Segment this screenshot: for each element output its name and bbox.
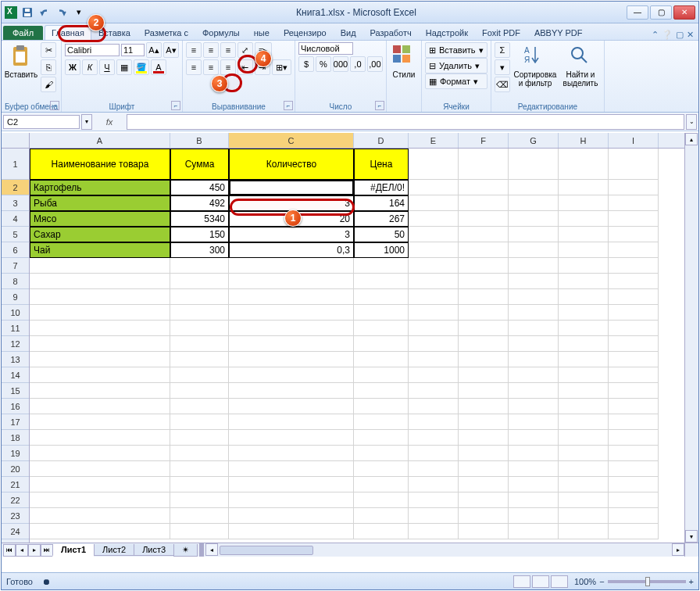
row-header-16[interactable]: 16 — [2, 399, 29, 414]
cell[interactable] — [170, 321, 229, 336]
cell[interactable] — [170, 461, 229, 477]
cell[interactable]: 3 — [229, 227, 354, 242]
clear-icon[interactable]: ⌫ — [495, 77, 510, 92]
cell[interactable] — [354, 352, 409, 367]
name-box[interactable] — [3, 115, 80, 129]
cell[interactable] — [354, 383, 409, 399]
row-header-20[interactable]: 20 — [2, 461, 29, 477]
insert-cells-button[interactable]: ⊞Вставить ▾ — [425, 42, 488, 58]
cell[interactable] — [170, 414, 229, 430]
cell[interactable] — [30, 258, 170, 274]
currency-icon[interactable]: $ — [298, 56, 314, 72]
cell[interactable] — [509, 446, 559, 461]
cell[interactable] — [509, 211, 559, 227]
cell[interactable] — [354, 492, 409, 508]
cell[interactable]: Наименование товара — [30, 149, 170, 180]
cell[interactable] — [559, 399, 609, 414]
cell[interactable] — [170, 446, 229, 461]
zoom-in-icon[interactable]: + — [689, 577, 694, 586]
cell[interactable] — [559, 477, 609, 492]
row-header-24[interactable]: 24 — [2, 524, 29, 539]
cell[interactable] — [354, 446, 409, 461]
cell[interactable] — [354, 289, 409, 305]
cell[interactable] — [170, 352, 229, 367]
close-button[interactable]: ✕ — [673, 5, 695, 20]
cell[interactable] — [229, 477, 354, 492]
cell[interactable] — [509, 242, 559, 258]
cell[interactable] — [229, 508, 354, 524]
cell[interactable] — [170, 274, 229, 289]
cell[interactable] — [409, 508, 459, 524]
cell[interactable] — [229, 367, 354, 383]
cell[interactable] — [170, 258, 229, 274]
cell[interactable] — [509, 508, 559, 524]
cell[interactable] — [559, 352, 609, 367]
cell[interactable] — [459, 367, 509, 383]
cell[interactable]: 267 — [354, 211, 409, 227]
row-header-23[interactable]: 23 — [2, 508, 29, 524]
col-header-B[interactable]: B — [170, 133, 229, 148]
cell[interactable] — [459, 352, 509, 367]
tab-developer[interactable]: Разработч — [363, 25, 419, 40]
cell[interactable]: Мясо — [30, 211, 170, 227]
row-header-13[interactable]: 13 — [2, 352, 29, 367]
cell[interactable] — [409, 414, 459, 430]
cell[interactable] — [509, 477, 559, 492]
row-header-17[interactable]: 17 — [2, 414, 29, 430]
cell[interactable] — [559, 149, 609, 180]
cell[interactable] — [559, 336, 609, 352]
cell[interactable]: Сумма — [170, 149, 229, 180]
number-launcher[interactable]: ⌐ — [375, 101, 384, 110]
scroll-left-icon[interactable]: ◂ — [205, 543, 218, 556]
cell[interactable] — [229, 274, 354, 289]
align-left-icon[interactable]: ≡ — [186, 59, 202, 75]
cell[interactable] — [459, 305, 509, 321]
cell[interactable] — [229, 524, 354, 539]
cell[interactable]: 492 — [170, 195, 229, 211]
row-header-5[interactable]: 5 — [2, 227, 29, 242]
cell[interactable]: 150 — [170, 227, 229, 242]
cell[interactable]: Картофель — [30, 180, 170, 195]
cell[interactable] — [354, 524, 409, 539]
cell[interactable] — [229, 414, 354, 430]
paste-button[interactable]: Вставить — [5, 42, 38, 102]
row-header-14[interactable]: 14 — [2, 367, 29, 383]
sheet-tab-3[interactable]: Лист3 — [134, 544, 174, 556]
cell[interactable] — [609, 352, 659, 367]
cell[interactable] — [559, 383, 609, 399]
help-icon[interactable]: ❔ — [662, 30, 673, 40]
tab-data[interactable]: ные — [247, 25, 277, 40]
cell[interactable] — [30, 430, 170, 446]
cell[interactable] — [459, 477, 509, 492]
cell[interactable] — [609, 383, 659, 399]
cell[interactable] — [559, 211, 609, 227]
cell[interactable] — [354, 430, 409, 446]
cell[interactable]: Количество — [229, 149, 354, 180]
font-color-button[interactable]: A — [151, 59, 166, 75]
grid[interactable]: A B C D E F G H I 1234567891011121314151… — [2, 133, 684, 543]
cell[interactable] — [30, 461, 170, 477]
maximize-button[interactable]: ▢ — [650, 5, 672, 20]
col-header-F[interactable]: F — [459, 133, 509, 148]
cell[interactable] — [559, 524, 609, 539]
cell[interactable] — [229, 399, 354, 414]
cell[interactable] — [559, 242, 609, 258]
minimize-button[interactable]: — — [627, 5, 648, 20]
cell[interactable] — [170, 430, 229, 446]
tab-review[interactable]: Рецензиро — [277, 25, 334, 40]
cell[interactable] — [609, 180, 659, 195]
cell[interactable] — [609, 446, 659, 461]
namebox-dropdown[interactable]: ▾ — [81, 114, 92, 130]
cell[interactable] — [30, 477, 170, 492]
cell[interactable] — [30, 399, 170, 414]
cell[interactable] — [459, 383, 509, 399]
cell[interactable] — [170, 289, 229, 305]
row-header-9[interactable]: 9 — [2, 289, 29, 305]
horizontal-scrollbar[interactable] — [218, 543, 672, 557]
cell[interactable] — [30, 274, 170, 289]
cell[interactable] — [409, 352, 459, 367]
page-layout-view-icon[interactable] — [532, 575, 549, 588]
cell[interactable] — [609, 274, 659, 289]
row-header-1[interactable]: 1 — [2, 149, 29, 180]
cell[interactable] — [609, 430, 659, 446]
